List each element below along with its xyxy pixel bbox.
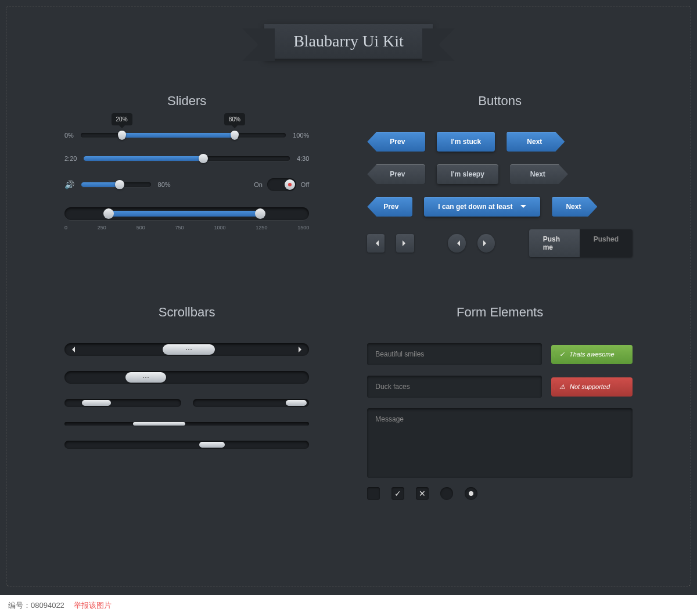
buttons-heading: Buttons: [367, 93, 633, 109]
dropdown-button[interactable]: I can get down at least: [424, 197, 540, 217]
radio-off[interactable]: [440, 487, 453, 500]
nav-next-square[interactable]: [396, 234, 414, 253]
segmented-control[interactable]: Push me Pushed: [529, 229, 633, 257]
scrollbar-arrows[interactable]: [64, 343, 309, 356]
form-section: Form Elements Beautiful smiles ✓ Thats a…: [367, 305, 633, 500]
sliders-heading: Sliders: [64, 93, 309, 109]
time-start: 2:20: [64, 155, 77, 162]
scrollbar-small-left[interactable]: [64, 399, 181, 407]
nav-prev-round[interactable]: [448, 234, 465, 253]
prev-button-small[interactable]: Prev: [367, 197, 412, 217]
range-tooltip-low: 20%: [112, 113, 132, 125]
push-me-segment[interactable]: Push me: [529, 229, 580, 257]
chevron-down-icon: [520, 205, 526, 211]
checkbox-checked[interactable]: ✓: [391, 487, 404, 500]
input-duck[interactable]: Duck faces: [367, 376, 542, 398]
page-footer: 编号：08094022 举报该图片: [0, 595, 697, 616]
scale-ticks: 0250 500750 10001250 1500: [64, 225, 309, 230]
scrollbar-right-arrow[interactable]: [295, 343, 308, 356]
triangle-left-icon: [454, 240, 460, 246]
x-icon: ✕: [419, 489, 426, 498]
scale-slider: 0250 500750 10001250 1500: [64, 207, 309, 230]
range-tooltip-high: 80%: [224, 113, 245, 125]
scrollbar-handle[interactable]: [125, 372, 166, 383]
textarea-message[interactable]: Message: [367, 408, 633, 478]
time-slider: 2:20 4:30: [64, 155, 309, 162]
scrollbar-handle[interactable]: [133, 422, 185, 426]
range-low-label: 0%: [64, 132, 74, 139]
scrollbars-section: Scrollbars: [64, 305, 309, 500]
scrollbar-thin[interactable]: [64, 422, 309, 426]
time-end: 4:30: [297, 155, 309, 162]
scrollbar-handle[interactable]: [82, 400, 111, 406]
volume-label: 80%: [158, 181, 171, 188]
volume-row: 🔊 80% On Off: [64, 178, 309, 191]
radio-on[interactable]: [465, 487, 477, 500]
toggle-on-label: On: [254, 181, 263, 188]
toggle-switch: On Off: [254, 178, 309, 191]
range-handle-low[interactable]: [118, 131, 126, 140]
pushed-segment[interactable]: Pushed: [580, 229, 633, 257]
range-slider: 0% 20% 80% 100%: [64, 132, 309, 139]
time-track[interactable]: [84, 156, 289, 161]
form-heading: Form Elements: [367, 305, 633, 320]
triangle-right-icon: [483, 240, 489, 246]
nav-prev-square[interactable]: [367, 234, 385, 253]
tag-unsupported: ⚠ Not supported: [551, 377, 633, 397]
volume-track[interactable]: [81, 182, 151, 187]
check-icon: ✓: [559, 351, 565, 358]
triangle-left-icon: [373, 240, 379, 246]
toggle-off-label: Off: [301, 181, 309, 188]
report-link[interactable]: 举报该图片: [74, 600, 112, 611]
scrollbar-handle[interactable]: [163, 344, 215, 355]
tag-awesome: ✓ Thats awesome: [551, 345, 633, 364]
prev-button-grey[interactable]: Prev: [367, 164, 425, 184]
checkbox-x[interactable]: ✕: [416, 487, 429, 500]
checkbox-empty[interactable]: [367, 487, 380, 500]
scale-track[interactable]: [64, 207, 309, 220]
scale-handle-high[interactable]: [255, 208, 265, 219]
scrollbar-bottom[interactable]: [64, 441, 309, 449]
scrollbar-handle[interactable]: [199, 442, 225, 448]
next-button-grey[interactable]: Next: [510, 164, 568, 184]
time-handle[interactable]: [199, 154, 208, 163]
sliders-section: Sliders 0% 20% 80% 100% 2:20 4:30: [64, 93, 309, 270]
input-smiles[interactable]: Beautiful smiles: [367, 343, 542, 365]
buttons-section: Buttons Prev I'm stuck Next Prev I'm sle…: [367, 93, 633, 270]
toggle-track[interactable]: [267, 178, 296, 191]
scrollbar-handle[interactable]: [286, 400, 307, 406]
title-ribbon: Blaubarry Ui Kit: [264, 24, 433, 59]
sleepy-button[interactable]: I'm sleepy: [437, 164, 498, 184]
range-high-label: 100%: [293, 132, 309, 139]
next-button-small[interactable]: Next: [552, 197, 597, 217]
next-button-blue[interactable]: Next: [506, 132, 565, 152]
scale-handle-low[interactable]: [103, 208, 114, 219]
scrollbar-plain[interactable]: [64, 371, 309, 384]
check-icon: ✓: [394, 489, 401, 498]
nav-next-round[interactable]: [477, 234, 495, 253]
range-track[interactable]: 20% 80%: [81, 133, 286, 138]
volume-icon: 🔊: [64, 180, 74, 189]
triangle-right-icon: [403, 240, 408, 246]
scrollbar-left-arrow[interactable]: [66, 343, 78, 356]
volume-handle[interactable]: [115, 180, 124, 189]
prev-button-blue[interactable]: Prev: [367, 132, 425, 152]
stuck-button[interactable]: I'm stuck: [437, 132, 495, 152]
scrollbars-heading: Scrollbars: [64, 305, 309, 320]
scrollbar-small-right[interactable]: [193, 399, 310, 407]
warning-icon: ⚠: [559, 383, 565, 391]
range-handle-high[interactable]: [231, 131, 239, 140]
